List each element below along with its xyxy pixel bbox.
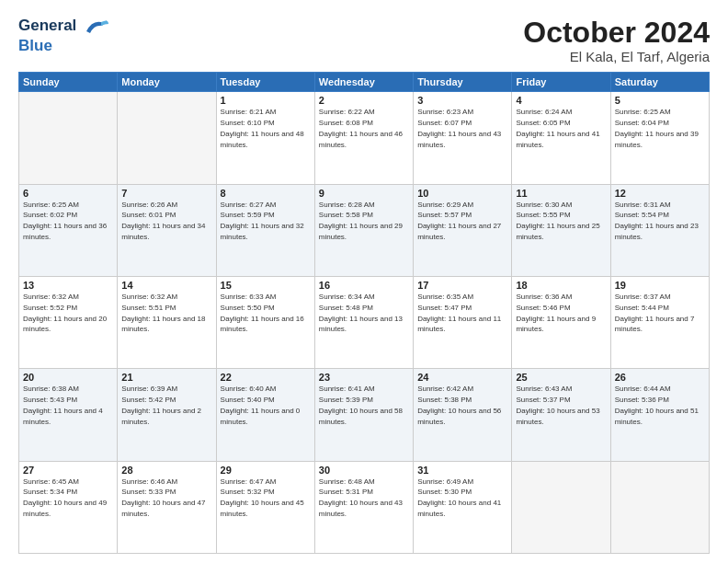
day-number: 20 (23, 372, 113, 383)
day-info: Sunrise: 6:37 AMSunset: 5:44 PMDaylight:… (615, 293, 695, 333)
day-info: Sunrise: 6:36 AMSunset: 5:46 PMDaylight:… (516, 293, 596, 333)
day-info: Sunrise: 6:48 AMSunset: 5:31 PMDaylight:… (319, 477, 403, 518)
table-row: 22Sunrise: 6:40 AMSunset: 5:40 PMDayligh… (216, 369, 314, 461)
day-number: 21 (121, 372, 211, 383)
day-number: 16 (319, 280, 409, 291)
day-info: Sunrise: 6:27 AMSunset: 5:59 PMDaylight:… (221, 201, 304, 241)
day-number: 11 (516, 188, 606, 199)
table-row: 16Sunrise: 6:34 AMSunset: 5:48 PMDayligh… (314, 276, 413, 368)
day-info: Sunrise: 6:28 AMSunset: 5:58 PMDaylight:… (319, 201, 403, 241)
day-number: 26 (615, 372, 705, 383)
col-tuesday: Tuesday (216, 73, 314, 92)
col-friday: Friday (512, 73, 610, 92)
day-number: 7 (121, 188, 211, 199)
table-row: 18Sunrise: 6:36 AMSunset: 5:46 PMDayligh… (512, 276, 610, 368)
day-number: 1 (221, 95, 311, 106)
day-info: Sunrise: 6:21 AMSunset: 6:10 PMDaylight:… (221, 108, 304, 148)
col-sunday: Sunday (19, 73, 118, 92)
day-info: Sunrise: 6:32 AMSunset: 5:51 PMDaylight:… (121, 293, 205, 333)
table-row: 15Sunrise: 6:33 AMSunset: 5:50 PMDayligh… (216, 276, 314, 368)
table-row: 6Sunrise: 6:25 AMSunset: 6:02 PMDaylight… (19, 184, 118, 276)
table-row: 13Sunrise: 6:32 AMSunset: 5:52 PMDayligh… (19, 276, 118, 368)
table-row: 27Sunrise: 6:45 AMSunset: 5:34 PMDayligh… (19, 461, 118, 553)
table-row: 9Sunrise: 6:28 AMSunset: 5:58 PMDaylight… (314, 184, 413, 276)
calendar-header-row: Sunday Monday Tuesday Wednesday Thursday… (19, 73, 710, 92)
day-number: 9 (319, 188, 409, 199)
table-row: 10Sunrise: 6:29 AMSunset: 5:57 PMDayligh… (414, 184, 512, 276)
table-row: 11Sunrise: 6:30 AMSunset: 5:55 PMDayligh… (512, 184, 610, 276)
location-title: El Kala, El Tarf, Algeria (523, 49, 710, 64)
table-row (512, 461, 610, 553)
logo-blue: Blue (18, 37, 108, 55)
day-number: 4 (516, 95, 606, 106)
day-number: 25 (516, 372, 606, 383)
day-number: 19 (615, 280, 705, 291)
table-row: 5Sunrise: 6:25 AMSunset: 6:04 PMDaylight… (610, 92, 709, 184)
day-info: Sunrise: 6:35 AMSunset: 5:47 PMDaylight:… (417, 293, 501, 333)
table-row (19, 92, 118, 184)
day-info: Sunrise: 6:42 AMSunset: 5:38 PMDaylight:… (417, 385, 501, 425)
day-number: 17 (417, 280, 507, 291)
table-row: 20Sunrise: 6:38 AMSunset: 5:43 PMDayligh… (19, 369, 118, 461)
table-row: 24Sunrise: 6:42 AMSunset: 5:38 PMDayligh… (414, 369, 512, 461)
day-number: 28 (121, 465, 211, 476)
day-number: 30 (319, 465, 409, 476)
table-row: 1Sunrise: 6:21 AMSunset: 6:10 PMDaylight… (216, 92, 314, 184)
table-row: 14Sunrise: 6:32 AMSunset: 5:51 PMDayligh… (118, 276, 216, 368)
day-info: Sunrise: 6:38 AMSunset: 5:43 PMDaylight:… (23, 385, 103, 425)
day-number: 2 (319, 95, 409, 106)
table-row (610, 461, 709, 553)
day-number: 31 (417, 465, 507, 476)
day-info: Sunrise: 6:33 AMSunset: 5:50 PMDaylight:… (221, 293, 304, 333)
table-row: 23Sunrise: 6:41 AMSunset: 5:39 PMDayligh… (314, 369, 413, 461)
day-number: 22 (221, 372, 311, 383)
month-title: October 2024 (523, 17, 710, 49)
table-row: 30Sunrise: 6:48 AMSunset: 5:31 PMDayligh… (314, 461, 413, 553)
page: General Blue October 2024 El Kala, El Ta… (0, 0, 728, 563)
day-number: 24 (417, 372, 507, 383)
day-number: 5 (615, 95, 705, 106)
day-number: 8 (221, 188, 311, 199)
logo-general: General (18, 17, 76, 34)
table-row: 29Sunrise: 6:47 AMSunset: 5:32 PMDayligh… (216, 461, 314, 553)
day-info: Sunrise: 6:49 AMSunset: 5:30 PMDaylight:… (417, 477, 501, 518)
day-info: Sunrise: 6:32 AMSunset: 5:52 PMDaylight:… (23, 293, 107, 333)
col-monday: Monday (118, 73, 216, 92)
logo: General Blue (18, 17, 108, 55)
title-block: October 2024 El Kala, El Tarf, Algeria (523, 17, 710, 64)
day-info: Sunrise: 6:31 AMSunset: 5:54 PMDaylight:… (615, 201, 699, 241)
day-number: 15 (221, 280, 311, 291)
day-info: Sunrise: 6:25 AMSunset: 6:02 PMDaylight:… (23, 201, 107, 241)
day-number: 14 (121, 280, 211, 291)
day-number: 18 (516, 280, 606, 291)
day-info: Sunrise: 6:22 AMSunset: 6:08 PMDaylight:… (319, 108, 403, 148)
col-wednesday: Wednesday (314, 73, 413, 92)
day-number: 27 (23, 465, 113, 476)
day-number: 3 (417, 95, 507, 106)
table-row: 17Sunrise: 6:35 AMSunset: 5:47 PMDayligh… (414, 276, 512, 368)
table-row: 28Sunrise: 6:46 AMSunset: 5:33 PMDayligh… (118, 461, 216, 553)
day-info: Sunrise: 6:25 AMSunset: 6:04 PMDaylight:… (615, 108, 699, 148)
day-number: 12 (615, 188, 705, 199)
day-info: Sunrise: 6:45 AMSunset: 5:34 PMDaylight:… (23, 477, 107, 518)
day-info: Sunrise: 6:39 AMSunset: 5:42 PMDaylight:… (121, 385, 201, 425)
day-info: Sunrise: 6:34 AMSunset: 5:48 PMDaylight:… (319, 293, 403, 333)
day-number: 13 (23, 280, 113, 291)
table-row: 25Sunrise: 6:43 AMSunset: 5:37 PMDayligh… (512, 369, 610, 461)
table-row: 19Sunrise: 6:37 AMSunset: 5:44 PMDayligh… (610, 276, 709, 368)
table-row (118, 92, 216, 184)
col-saturday: Saturday (610, 73, 709, 92)
table-row: 7Sunrise: 6:26 AMSunset: 6:01 PMDaylight… (118, 184, 216, 276)
day-number: 23 (319, 372, 409, 383)
day-info: Sunrise: 6:26 AMSunset: 6:01 PMDaylight:… (121, 201, 205, 241)
day-info: Sunrise: 6:23 AMSunset: 6:07 PMDaylight:… (417, 108, 501, 148)
day-info: Sunrise: 6:40 AMSunset: 5:40 PMDaylight:… (221, 385, 301, 425)
calendar-table: Sunday Monday Tuesday Wednesday Thursday… (18, 72, 710, 554)
table-row: 21Sunrise: 6:39 AMSunset: 5:42 PMDayligh… (118, 369, 216, 461)
day-number: 29 (221, 465, 311, 476)
day-info: Sunrise: 6:44 AMSunset: 5:36 PMDaylight:… (615, 385, 699, 425)
table-row: 26Sunrise: 6:44 AMSunset: 5:36 PMDayligh… (610, 369, 709, 461)
day-info: Sunrise: 6:30 AMSunset: 5:55 PMDaylight:… (516, 201, 599, 241)
table-row: 3Sunrise: 6:23 AMSunset: 6:07 PMDaylight… (414, 92, 512, 184)
day-info: Sunrise: 6:41 AMSunset: 5:39 PMDaylight:… (319, 385, 403, 425)
